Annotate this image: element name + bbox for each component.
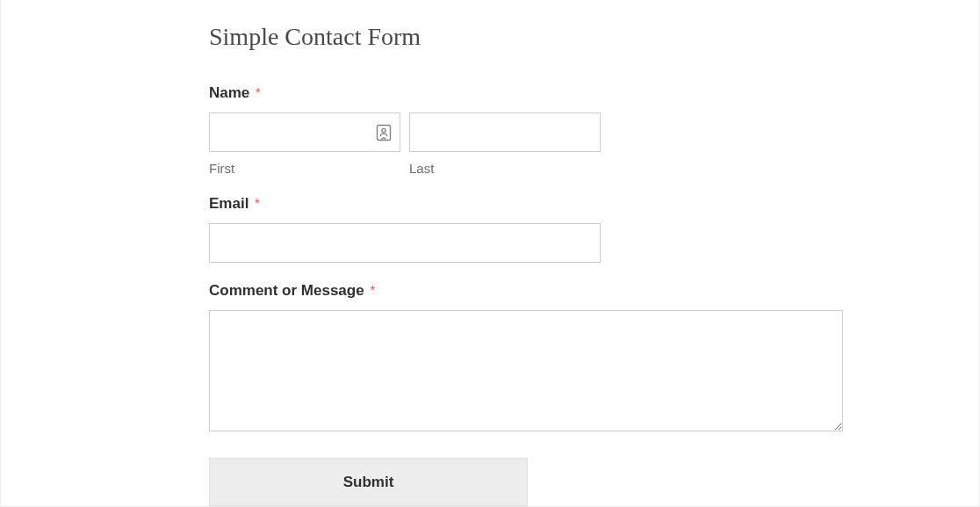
name-required-mark: *	[256, 84, 261, 99]
email-label-text: Email	[209, 195, 249, 212]
form-container: Simple Contact Form Name *	[1, 0, 979, 506]
name-inputs-row: First Last	[209, 112, 979, 176]
comment-field: Comment or Message *	[209, 282, 979, 435]
email-input[interactable]	[209, 223, 601, 263]
last-name-input[interactable]	[409, 112, 601, 152]
first-name-input[interactable]	[209, 112, 400, 152]
first-name-sublabel: First	[209, 161, 400, 176]
last-name-sublabel: Last	[409, 161, 601, 176]
comment-required-mark: *	[370, 282, 375, 297]
name-field: Name *	[209, 84, 979, 176]
last-name-column: Last	[409, 112, 601, 176]
comment-textarea[interactable]	[209, 310, 843, 431]
comment-label-text: Comment or Message	[209, 282, 364, 299]
email-required-mark: *	[255, 195, 260, 210]
name-label-text: Name	[209, 84, 249, 101]
email-field: Email *	[209, 195, 979, 263]
first-name-input-wrapper	[209, 112, 400, 152]
email-label: Email *	[209, 195, 979, 213]
comment-label: Comment or Message *	[209, 282, 979, 300]
name-label: Name *	[209, 84, 979, 102]
first-name-column: First	[209, 112, 400, 176]
submit-button[interactable]: Submit	[209, 458, 528, 506]
page: Simple Contact Form Name *	[0, 0, 980, 507]
page-title: Simple Contact Form	[209, 23, 979, 51]
